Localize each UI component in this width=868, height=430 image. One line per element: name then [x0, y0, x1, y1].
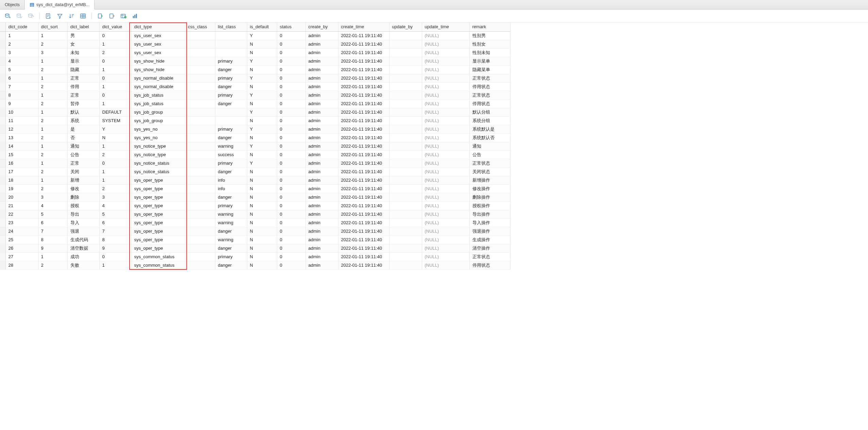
cell-status[interactable]: 0: [277, 176, 305, 184]
cell-list_class[interactable]: danger: [215, 65, 247, 74]
cell-remark[interactable]: 删除操作: [469, 193, 510, 201]
cell-dict_label[interactable]: 生成代码: [67, 235, 99, 244]
cell-is_default[interactable]: N: [247, 227, 277, 235]
table-row[interactable]: 81正常0sys_job_statusprimaryY0admin2022-01…: [0, 91, 510, 99]
cell-dict_type[interactable]: sys_user_sex: [131, 31, 185, 40]
cell-css_class[interactable]: [185, 201, 215, 210]
cell-is_default[interactable]: N: [247, 218, 277, 227]
table-row[interactable]: 258生成代码8sys_oper_typewarningN0admin2022-…: [0, 235, 510, 244]
cell-dict_type[interactable]: sys_normal_disable: [131, 82, 185, 91]
cell-dict_type[interactable]: sys_oper_type: [131, 176, 185, 184]
table-row[interactable]: 172关闭1sys_notice_statusdangerN0admin2022…: [0, 167, 510, 176]
cell-dict_label[interactable]: 正常: [67, 74, 99, 82]
cell-dict_code[interactable]: 6: [5, 74, 38, 82]
cell-dict_code[interactable]: 19: [5, 184, 38, 193]
table-row[interactable]: 282失败1sys_common_statusdangerN0admin2022…: [0, 261, 510, 269]
cell-dict_type[interactable]: sys_oper_type: [131, 210, 185, 218]
cell-is_default[interactable]: N: [247, 48, 277, 57]
cell-remark[interactable]: 系统默认是: [469, 125, 510, 133]
cell-dict_sort[interactable]: 1: [38, 252, 67, 261]
cell-dict_value[interactable]: 6: [99, 218, 131, 227]
cell-css_class[interactable]: [185, 74, 215, 82]
cell-dict_type[interactable]: sys_oper_type: [131, 227, 185, 235]
cell-is_default[interactable]: N: [247, 133, 277, 142]
cell-dict_code[interactable]: 9: [5, 99, 38, 108]
cell-create_time[interactable]: 2022-01-11 19:11:40: [338, 184, 389, 193]
cell-dict_label[interactable]: 强退: [67, 227, 99, 235]
cell-create_time[interactable]: 2022-01-11 19:11:40: [338, 261, 389, 269]
cell-dict_value[interactable]: 1: [99, 99, 131, 108]
cell-status[interactable]: 0: [277, 74, 305, 82]
cell-css_class[interactable]: [185, 99, 215, 108]
cell-dict_type[interactable]: sys_oper_type: [131, 201, 185, 210]
cell-create_by[interactable]: admin: [305, 218, 338, 227]
cell-dict_type[interactable]: sys_show_hide: [131, 65, 185, 74]
cell-update_by[interactable]: [389, 167, 422, 176]
cell-dict_type[interactable]: sys_oper_type: [131, 184, 185, 193]
cell-dict_code[interactable]: 25: [5, 235, 38, 244]
cell-dict_label[interactable]: 公告: [67, 150, 99, 159]
cell-list_class[interactable]: danger: [215, 99, 247, 108]
cell-dict_sort[interactable]: 2: [38, 167, 67, 176]
cell-dict_label[interactable]: 清空数据: [67, 244, 99, 252]
cell-update_by[interactable]: [389, 218, 422, 227]
cell-dict_label[interactable]: 失败: [67, 261, 99, 269]
cell-dict_value[interactable]: 1: [99, 176, 131, 184]
cell-dict_sort[interactable]: 2: [38, 82, 67, 91]
cell-dict_code[interactable]: 8: [5, 91, 38, 99]
cell-update_by[interactable]: [389, 48, 422, 57]
cell-dict_label[interactable]: 修改: [67, 184, 99, 193]
cell-update_by[interactable]: [389, 159, 422, 167]
cell-dict_value[interactable]: 0: [99, 91, 131, 99]
column-header-remark[interactable]: remark: [469, 22, 510, 31]
tab-table-active[interactable]: sys_dict_data@ryt_erMB...: [25, 0, 95, 10]
cell-status[interactable]: 0: [277, 150, 305, 159]
cell-create_time[interactable]: 2022-01-11 19:11:40: [338, 227, 389, 235]
cell-create_by[interactable]: admin: [305, 167, 338, 176]
cell-css_class[interactable]: [185, 57, 215, 65]
cell-is_default[interactable]: N: [247, 210, 277, 218]
cell-dict_sort[interactable]: 2: [38, 133, 67, 142]
cell-update_time[interactable]: (NULL): [422, 57, 469, 65]
cell-update_time[interactable]: (NULL): [422, 227, 469, 235]
begin-transaction-button[interactable]: [3, 12, 12, 20]
cell-remark[interactable]: 正常状态: [469, 91, 510, 99]
cell-dict_type[interactable]: sys_oper_type: [131, 235, 185, 244]
export-button[interactable]: [107, 12, 116, 20]
cell-remark[interactable]: 公告: [469, 150, 510, 159]
cell-dict_label[interactable]: 系统: [67, 116, 99, 125]
cell-dict_value[interactable]: 1: [99, 142, 131, 150]
table-row[interactable]: 61正常0sys_normal_disableprimaryY0admin202…: [0, 74, 510, 82]
cell-create_time[interactable]: 2022-01-11 19:11:40: [338, 133, 389, 142]
cell-css_class[interactable]: [185, 235, 215, 244]
cell-dict_type[interactable]: sys_yes_no: [131, 125, 185, 133]
cell-update_time[interactable]: (NULL): [422, 40, 469, 48]
cell-dict_value[interactable]: DEFAULT: [99, 108, 131, 116]
cell-remark[interactable]: 强退操作: [469, 227, 510, 235]
cell-dict_code[interactable]: 22: [5, 210, 38, 218]
cell-css_class[interactable]: [185, 167, 215, 176]
cell-create_time[interactable]: 2022-01-11 19:11:40: [338, 31, 389, 40]
cell-update_time[interactable]: (NULL): [422, 176, 469, 184]
cell-dict_label[interactable]: 成功: [67, 252, 99, 261]
table-row[interactable]: 247强退7sys_oper_typedangerN0admin2022-01-…: [0, 227, 510, 235]
cell-remark[interactable]: 导出操作: [469, 210, 510, 218]
cell-create_time[interactable]: 2022-01-11 19:11:40: [338, 48, 389, 57]
cell-css_class[interactable]: [185, 142, 215, 150]
cell-list_class[interactable]: warning: [215, 142, 247, 150]
table-row[interactable]: 33未知2sys_user_sexN0admin2022-01-11 19:11…: [0, 48, 510, 57]
cell-dict_value[interactable]: 1: [99, 167, 131, 176]
cell-create_time[interactable]: 2022-01-11 19:11:40: [338, 57, 389, 65]
cell-dict_type[interactable]: sys_oper_type: [131, 218, 185, 227]
cell-css_class[interactable]: [185, 176, 215, 184]
cell-dict_label[interactable]: 授权: [67, 201, 99, 210]
cell-dict_label[interactable]: 否: [67, 133, 99, 142]
cell-dict_value[interactable]: 0: [99, 159, 131, 167]
cell-dict_label[interactable]: 男: [67, 31, 99, 40]
cell-update_time[interactable]: (NULL): [422, 142, 469, 150]
cell-update_by[interactable]: [389, 227, 422, 235]
cell-update_by[interactable]: [389, 108, 422, 116]
column-header-create_time[interactable]: create_time: [338, 22, 389, 31]
cell-create_time[interactable]: 2022-01-11 19:11:40: [338, 235, 389, 244]
data-generation-button[interactable]: [119, 12, 128, 20]
